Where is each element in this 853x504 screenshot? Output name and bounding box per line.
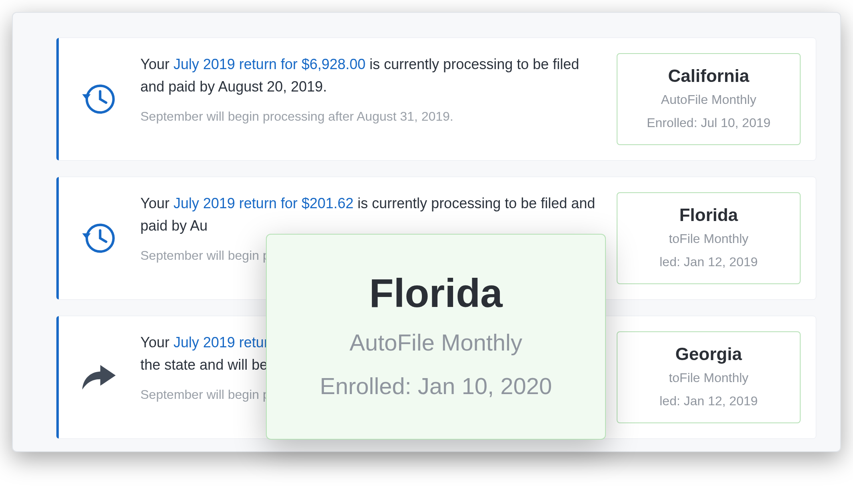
return-primary-text: Your July 2019 return for $201.62 is cur… [140, 192, 601, 237]
history-icon [81, 221, 116, 256]
state-enrolled: led: Jan 12, 2019 [659, 252, 758, 271]
return-note: September will begin processing after Au… [140, 109, 601, 124]
return-link[interactable]: July 2019 return for $6,928.00 [174, 56, 366, 72]
state-name: California [668, 66, 749, 86]
state-name: Florida [679, 205, 738, 225]
msg-prefix: Your [140, 195, 174, 211]
msg-prefix: Your [140, 56, 174, 72]
return-message: Your July 2019 return for $6,928.00 is c… [140, 53, 617, 145]
svg-marker-3 [82, 233, 91, 239]
return-card[interactable]: Your July 2019 return for $6,928.00 is c… [56, 38, 816, 161]
state-detail-popup[interactable]: Florida AutoFile Monthly Enrolled: Jan 1… [266, 234, 606, 440]
return-link[interactable]: July 2019 return for $201.62 [174, 195, 354, 211]
return-link[interactable]: July 2019 return [174, 334, 277, 351]
return-primary-text: Your July 2019 return for $6,928.00 is c… [140, 53, 601, 98]
state-plan: toFile Monthly [669, 368, 748, 387]
popup-state-name: Florida [369, 270, 502, 316]
msg-prefix: Your [140, 334, 174, 351]
state-name: Georgia [675, 344, 742, 364]
svg-marker-1 [82, 94, 91, 100]
state-plan: AutoFile Monthly [661, 90, 756, 109]
msg-suffix: the state and will be c [140, 357, 279, 373]
popup-plan: AutoFile Monthly [350, 325, 522, 360]
state-summary-box[interactable]: California AutoFile Monthly Enrolled: Ju… [617, 53, 801, 145]
state-enrolled: led: Jan 12, 2019 [659, 391, 758, 410]
history-icon [81, 82, 116, 117]
share-arrow-icon [79, 358, 118, 396]
state-summary-box[interactable]: Georgia toFile Monthly led: Jan 12, 2019 [617, 331, 801, 423]
state-summary-box[interactable]: Florida toFile Monthly led: Jan 12, 2019 [617, 192, 801, 284]
share-icon-wrap [56, 331, 140, 423]
processing-icon-wrap [56, 53, 140, 145]
state-enrolled: Enrolled: Jul 10, 2019 [647, 113, 771, 132]
popup-enrolled: Enrolled: Jan 10, 2020 [320, 369, 552, 403]
state-plan: toFile Monthly [669, 229, 748, 248]
processing-icon-wrap [56, 192, 140, 284]
